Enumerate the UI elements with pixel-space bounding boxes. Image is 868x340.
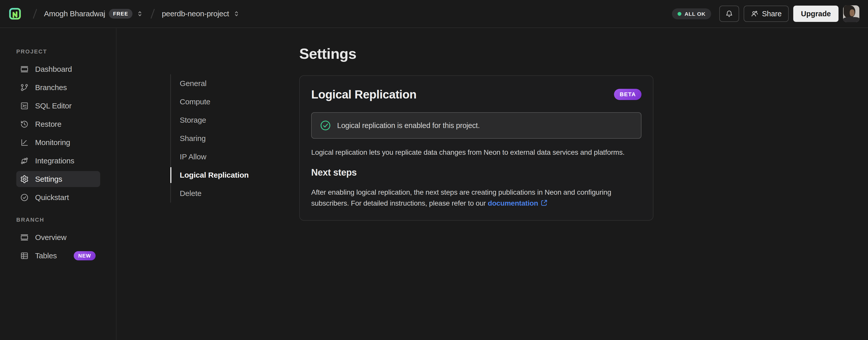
user-avatar[interactable]	[843, 5, 859, 22]
terminal-icon	[20, 102, 29, 110]
notifications-button[interactable]	[719, 6, 739, 22]
settings-nav-ip-allow[interactable]: IP Allow	[171, 148, 272, 166]
avatar-art	[850, 9, 855, 16]
next-steps-title: Next steps	[311, 166, 642, 179]
settings-nav-storage[interactable]: Storage	[171, 111, 272, 129]
sidebar-item-settings[interactable]: Settings	[16, 171, 100, 187]
breadcrumb: Amogh Bharadwaj FREE peerdb-neon-project	[9, 7, 240, 20]
sidebar-item-tables[interactable]: Tables NEW	[16, 248, 100, 264]
sidebar-section-project: PROJECT	[16, 48, 116, 55]
check-circle-icon	[20, 193, 29, 202]
card-description: Logical replication lets you replicate d…	[311, 147, 642, 158]
project-name[interactable]: peerdb-neon-project	[162, 9, 229, 18]
page-title: Settings	[299, 45, 655, 63]
gear-icon	[20, 175, 29, 183]
git-branch-icon	[20, 83, 29, 92]
dashboard-icon	[20, 65, 29, 74]
org-name[interactable]: Amogh Bharadwaj	[44, 9, 105, 18]
documentation-link[interactable]: documentation	[488, 199, 538, 207]
chart-icon	[20, 138, 29, 147]
project-nav: Dashboard Branches SQL Editor Restore	[16, 61, 116, 205]
sidebar-item-sql-editor[interactable]: SQL Editor	[16, 98, 100, 114]
settings-nav-compute[interactable]: Compute	[171, 93, 272, 111]
sidebar-item-label: SQL Editor	[35, 102, 72, 110]
top-bar: Amogh Bharadwaj FREE peerdb-neon-project…	[0, 0, 868, 28]
sidebar-section-branch: BRANCH	[16, 217, 116, 223]
main-content: Settings Logical Replication BETA Logica…	[299, 28, 655, 221]
sidebar-item-restore[interactable]: Restore	[16, 116, 100, 132]
sidebar-item-label: Branches	[35, 83, 67, 92]
status-label: ALL OK	[684, 11, 706, 17]
sidebar: PROJECT Dashboard Branches SQL Editor	[0, 28, 117, 340]
history-icon	[20, 120, 29, 129]
share-button[interactable]: Share	[744, 6, 789, 22]
sidebar-item-label: Settings	[35, 175, 62, 183]
settings-subnav: General Compute Storage Sharing IP Allow…	[170, 74, 272, 203]
upgrade-button[interactable]: Upgrade	[793, 6, 838, 22]
sidebar-item-integrations[interactable]: Integrations	[16, 153, 100, 169]
bell-icon	[725, 10, 733, 18]
sidebar-item-label: Dashboard	[35, 65, 72, 74]
branch-nav: Overview Tables NEW	[16, 229, 116, 264]
status-dot-icon	[678, 12, 681, 16]
sidebar-item-overview[interactable]: Overview	[16, 229, 100, 245]
breadcrumb-separator	[151, 9, 155, 19]
sidebar-item-monitoring[interactable]: Monitoring	[16, 134, 100, 150]
neon-logo-icon[interactable]	[9, 7, 21, 20]
top-bar-actions: ALL OK Share Upgrade	[672, 5, 859, 22]
sidebar-item-label: Monitoring	[35, 138, 70, 147]
neon-console: Amogh Bharadwaj FREE peerdb-neon-project…	[0, 0, 868, 340]
sidebar-item-dashboard[interactable]: Dashboard	[16, 61, 100, 77]
check-circle-icon	[320, 120, 331, 131]
card-header: Logical Replication BETA	[311, 87, 642, 102]
sidebar-item-label: Tables	[35, 251, 57, 260]
alert-text: Logical replication is enabled for this …	[337, 121, 480, 130]
new-badge: NEW	[74, 251, 96, 260]
next-steps-paragraph: After enabling logical replication, the …	[311, 187, 642, 209]
logical-replication-card: Logical Replication BETA Logical replica…	[299, 75, 653, 221]
card-title: Logical Replication	[311, 88, 416, 101]
dashboard-icon	[20, 233, 29, 242]
sidebar-item-label: Overview	[35, 233, 66, 242]
status-badge[interactable]: ALL OK	[672, 8, 711, 19]
sidebar-item-quickstart[interactable]: Quickstart	[16, 189, 100, 205]
next-steps-text: After enabling logical replication, the …	[311, 188, 611, 207]
project-switcher-chevrons-icon[interactable]	[232, 10, 240, 18]
table-icon	[20, 251, 29, 260]
sidebar-item-label: Restore	[35, 120, 62, 129]
external-link-icon[interactable]	[540, 199, 548, 207]
settings-nav-sharing[interactable]: Sharing	[171, 129, 272, 148]
plan-badge: FREE	[109, 9, 133, 19]
sidebar-item-label: Integrations	[35, 157, 74, 165]
org-switcher-chevrons-icon[interactable]	[136, 10, 144, 18]
beta-badge: BETA	[614, 89, 642, 100]
share-label: Share	[762, 10, 781, 18]
users-icon	[751, 10, 758, 18]
breadcrumb-separator	[33, 9, 37, 19]
settings-nav-general[interactable]: General	[171, 74, 272, 93]
settings-nav-delete[interactable]: Delete	[171, 184, 272, 203]
success-alert: Logical replication is enabled for this …	[311, 112, 642, 139]
avatar-art	[843, 17, 859, 22]
workflow-icon	[20, 157, 29, 165]
settings-nav-logical-replication[interactable]: Logical Replication	[171, 166, 272, 184]
sidebar-item-branches[interactable]: Branches	[16, 79, 100, 95]
sidebar-item-label: Quickstart	[35, 193, 69, 202]
